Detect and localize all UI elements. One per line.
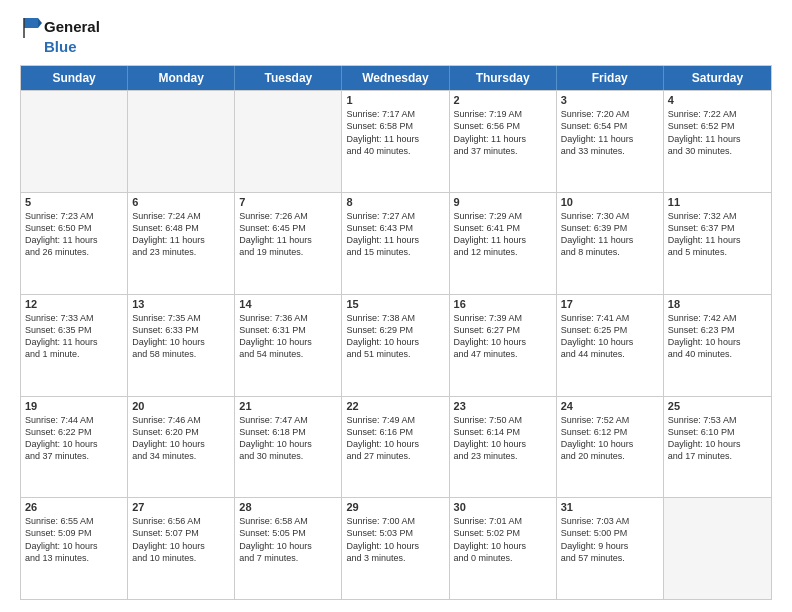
- cell-info-line: Daylight: 10 hours: [454, 540, 552, 552]
- cell-info-line: and 34 minutes.: [132, 450, 230, 462]
- cell-info-line: Sunrise: 7:29 AM: [454, 210, 552, 222]
- day-27: 27Sunrise: 6:56 AMSunset: 5:07 PMDayligh…: [128, 498, 235, 599]
- day-number-7: 7: [239, 196, 337, 208]
- day-31: 31Sunrise: 7:03 AMSunset: 5:00 PMDayligh…: [557, 498, 664, 599]
- day-29: 29Sunrise: 7:00 AMSunset: 5:03 PMDayligh…: [342, 498, 449, 599]
- cell-info-line: Sunrise: 7:22 AM: [668, 108, 767, 120]
- cell-info-line: and 44 minutes.: [561, 348, 659, 360]
- cell-info-line: and 19 minutes.: [239, 246, 337, 258]
- cell-info-line: Sunrise: 7:50 AM: [454, 414, 552, 426]
- cell-info-line: Sunrise: 7:46 AM: [132, 414, 230, 426]
- cell-info-line: Sunrise: 7:36 AM: [239, 312, 337, 324]
- cell-info-line: Sunrise: 7:35 AM: [132, 312, 230, 324]
- empty-cell-r4-c6: [664, 498, 771, 599]
- header: General Blue: [20, 16, 772, 55]
- cell-info-line: Sunset: 6:43 PM: [346, 222, 444, 234]
- cell-info-line: Daylight: 10 hours: [454, 336, 552, 348]
- cell-info-line: Sunset: 6:37 PM: [668, 222, 767, 234]
- cell-info-line: Sunset: 6:20 PM: [132, 426, 230, 438]
- cell-info-line: Daylight: 10 hours: [132, 540, 230, 552]
- cell-info-line: Sunset: 6:25 PM: [561, 324, 659, 336]
- cell-info-line: Sunrise: 7:47 AM: [239, 414, 337, 426]
- weekday-monday: Monday: [128, 66, 235, 90]
- cell-info-line: Sunrise: 7:23 AM: [25, 210, 123, 222]
- calendar-row-2: 5Sunrise: 7:23 AMSunset: 6:50 PMDaylight…: [21, 192, 771, 294]
- cell-info-line: and 0 minutes.: [454, 552, 552, 564]
- cell-info-line: and 30 minutes.: [239, 450, 337, 462]
- cell-info-line: Daylight: 10 hours: [561, 336, 659, 348]
- cell-info-line: Sunset: 6:27 PM: [454, 324, 552, 336]
- cell-info-line: and 27 minutes.: [346, 450, 444, 462]
- cell-info-line: and 23 minutes.: [132, 246, 230, 258]
- cell-info-line: Sunset: 6:35 PM: [25, 324, 123, 336]
- cell-info-line: Daylight: 11 hours: [346, 133, 444, 145]
- calendar-row-5: 26Sunrise: 6:55 AMSunset: 5:09 PMDayligh…: [21, 497, 771, 599]
- cell-info-line: Daylight: 11 hours: [454, 234, 552, 246]
- cell-info-line: Sunrise: 7:52 AM: [561, 414, 659, 426]
- day-30: 30Sunrise: 7:01 AMSunset: 5:02 PMDayligh…: [450, 498, 557, 599]
- cell-info-line: Sunset: 5:09 PM: [25, 527, 123, 539]
- day-number-2: 2: [454, 94, 552, 106]
- cell-info-line: Sunrise: 7:17 AM: [346, 108, 444, 120]
- weekday-friday: Friday: [557, 66, 664, 90]
- cell-info-line: Sunrise: 7:33 AM: [25, 312, 123, 324]
- day-22: 22Sunrise: 7:49 AMSunset: 6:16 PMDayligh…: [342, 397, 449, 498]
- cell-info-line: and 8 minutes.: [561, 246, 659, 258]
- cell-info-line: Sunset: 5:07 PM: [132, 527, 230, 539]
- cell-info-line: Daylight: 10 hours: [454, 438, 552, 450]
- day-8: 8Sunrise: 7:27 AMSunset: 6:43 PMDaylight…: [342, 193, 449, 294]
- day-28: 28Sunrise: 6:58 AMSunset: 5:05 PMDayligh…: [235, 498, 342, 599]
- day-13: 13Sunrise: 7:35 AMSunset: 6:33 PMDayligh…: [128, 295, 235, 396]
- cell-info-line: Daylight: 11 hours: [239, 234, 337, 246]
- day-number-22: 22: [346, 400, 444, 412]
- cell-info-line: and 30 minutes.: [668, 145, 767, 157]
- cell-info-line: and 54 minutes.: [239, 348, 337, 360]
- cell-info-line: Sunset: 6:29 PM: [346, 324, 444, 336]
- logo-blue: Blue: [44, 38, 77, 55]
- cell-info-line: Sunset: 6:33 PM: [132, 324, 230, 336]
- day-number-23: 23: [454, 400, 552, 412]
- calendar-header: SundayMondayTuesdayWednesdayThursdayFrid…: [21, 66, 771, 90]
- cell-info-line: Sunrise: 7:53 AM: [668, 414, 767, 426]
- cell-info-line: Sunset: 6:16 PM: [346, 426, 444, 438]
- cell-info-line: Sunset: 6:54 PM: [561, 120, 659, 132]
- day-4: 4Sunrise: 7:22 AMSunset: 6:52 PMDaylight…: [664, 91, 771, 192]
- cell-info-line: Daylight: 10 hours: [239, 438, 337, 450]
- cell-info-line: Daylight: 10 hours: [561, 438, 659, 450]
- day-number-1: 1: [346, 94, 444, 106]
- calendar-row-1: 1Sunrise: 7:17 AMSunset: 6:58 PMDaylight…: [21, 90, 771, 192]
- calendar-row-3: 12Sunrise: 7:33 AMSunset: 6:35 PMDayligh…: [21, 294, 771, 396]
- cell-info-line: Sunset: 6:23 PM: [668, 324, 767, 336]
- weekday-sunday: Sunday: [21, 66, 128, 90]
- cell-info-line: and 15 minutes.: [346, 246, 444, 258]
- cell-info-line: and 37 minutes.: [25, 450, 123, 462]
- svg-marker-0: [24, 18, 38, 28]
- cell-info-line: Sunset: 6:56 PM: [454, 120, 552, 132]
- cell-info-line: Sunrise: 6:55 AM: [25, 515, 123, 527]
- cell-info-line: Sunset: 6:58 PM: [346, 120, 444, 132]
- day-6: 6Sunrise: 7:24 AMSunset: 6:48 PMDaylight…: [128, 193, 235, 294]
- day-23: 23Sunrise: 7:50 AMSunset: 6:14 PMDayligh…: [450, 397, 557, 498]
- cell-info-line: Sunrise: 6:58 AM: [239, 515, 337, 527]
- cell-info-line: Daylight: 11 hours: [668, 133, 767, 145]
- cell-info-line: Sunrise: 7:24 AM: [132, 210, 230, 222]
- day-number-13: 13: [132, 298, 230, 310]
- cell-info-line: Sunset: 6:50 PM: [25, 222, 123, 234]
- cell-info-line: and 58 minutes.: [132, 348, 230, 360]
- cell-info-line: Sunset: 6:22 PM: [25, 426, 123, 438]
- cell-info-line: and 47 minutes.: [454, 348, 552, 360]
- cell-info-line: Sunrise: 7:00 AM: [346, 515, 444, 527]
- svg-marker-1: [38, 18, 42, 28]
- cell-info-line: Sunset: 6:18 PM: [239, 426, 337, 438]
- empty-cell-r0-c1: [128, 91, 235, 192]
- cell-info-line: and 26 minutes.: [25, 246, 123, 258]
- cell-info-line: Sunset: 6:52 PM: [668, 120, 767, 132]
- cell-info-line: Sunset: 6:45 PM: [239, 222, 337, 234]
- cell-info-line: Daylight: 9 hours: [561, 540, 659, 552]
- cell-info-line: and 57 minutes.: [561, 552, 659, 564]
- day-26: 26Sunrise: 6:55 AMSunset: 5:09 PMDayligh…: [21, 498, 128, 599]
- cell-info-line: Sunrise: 7:03 AM: [561, 515, 659, 527]
- day-number-30: 30: [454, 501, 552, 513]
- day-25: 25Sunrise: 7:53 AMSunset: 6:10 PMDayligh…: [664, 397, 771, 498]
- day-2: 2Sunrise: 7:19 AMSunset: 6:56 PMDaylight…: [450, 91, 557, 192]
